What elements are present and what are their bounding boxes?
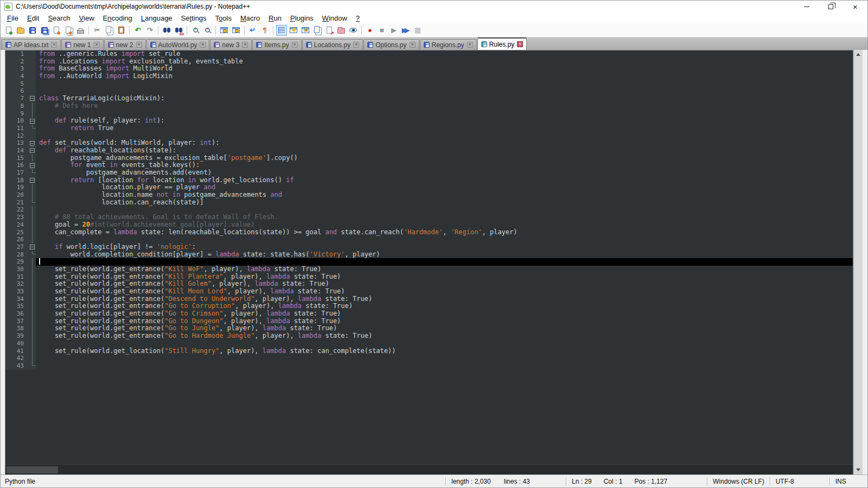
code-line[interactable]: 34 set_rule(world.get_entrance("Descend … xyxy=(5,296,853,303)
tab-close-button[interactable]: × xyxy=(517,41,523,47)
menu-item-help[interactable]: ? xyxy=(352,13,364,23)
tab-items-py[interactable]: Items.py× xyxy=(252,39,301,50)
scroll-up-arrow[interactable] xyxy=(854,50,863,59)
scroll-down-arrow[interactable] xyxy=(854,465,863,474)
menu-item-run[interactable]: Run xyxy=(264,13,286,23)
menu-item-view[interactable]: View xyxy=(75,13,99,23)
menu-item-file[interactable]: File xyxy=(3,13,23,23)
save-icon[interactable] xyxy=(27,25,38,36)
code-line[interactable]: 26 xyxy=(5,236,853,243)
code-line[interactable]: 23 # 88 total achievements. Goal is to d… xyxy=(5,214,853,221)
tab-close-button[interactable]: × xyxy=(94,42,100,48)
fold-collapse-icon[interactable] xyxy=(30,141,35,146)
fold-collapse-icon[interactable] xyxy=(30,163,35,168)
tab-new-3[interactable]: new 3× xyxy=(210,39,252,50)
find-icon[interactable] xyxy=(161,25,172,36)
code-line[interactable]: 28 world.completion_condition[player] = … xyxy=(5,251,853,259)
vertical-scrollbar[interactable] xyxy=(853,50,863,474)
code-line[interactable]: 21 location.can_reach(state)] xyxy=(5,199,853,207)
open-icon[interactable] xyxy=(15,25,26,36)
tab-close-button[interactable]: × xyxy=(200,42,206,48)
menu-item-search[interactable]: Search xyxy=(43,13,74,23)
code-line[interactable]: 22 xyxy=(5,206,853,214)
code-editor[interactable]: 1from ..generic.Rules import set_rule2fr… xyxy=(5,50,853,464)
code-line[interactable]: 31 set_rule(world.get_entrance("Kill Pla… xyxy=(5,273,853,281)
zoom-in-icon[interactable]: + xyxy=(190,25,201,36)
code-line[interactable]: 33 set_rule(world.get_entrance("Kill Moo… xyxy=(5,288,853,296)
tab-autoworld-py[interactable]: AutoWorld.py× xyxy=(146,39,210,50)
code-line[interactable]: 14 def reachable_locations(state): xyxy=(5,147,853,155)
code-line[interactable]: 42 xyxy=(5,355,853,362)
document-list-icon[interactable] xyxy=(312,25,323,36)
menu-item-language[interactable]: Language xyxy=(137,13,177,23)
tab-options-py[interactable]: Options.py× xyxy=(363,39,419,50)
copy-icon[interactable] xyxy=(104,25,114,36)
code-line[interactable]: 41 set_rule(world.get_location("Still Hu… xyxy=(5,348,853,355)
tab-close-button[interactable]: × xyxy=(353,42,359,48)
code-line[interactable]: 4from ..AutoWorld import LogicMixin xyxy=(5,73,853,80)
macro-run-multiple-icon[interactable]: ▶▶ xyxy=(400,25,411,36)
zoom-out-icon[interactable]: − xyxy=(202,25,213,36)
macro-record-icon[interactable]: ● xyxy=(365,25,375,36)
menu-item-tools[interactable]: Tools xyxy=(211,13,236,23)
code-line[interactable]: 36 set_rule(world.get_entrance("Go to Cr… xyxy=(5,310,853,318)
menu-item-plugins[interactable]: Plugins xyxy=(286,13,318,23)
print-icon[interactable] xyxy=(75,25,86,36)
macro-stop-icon[interactable]: ■ xyxy=(376,25,387,36)
paste-icon[interactable] xyxy=(116,25,126,36)
open-in-new-instance-icon[interactable]: ↗ xyxy=(324,25,335,36)
fold-collapse-icon[interactable] xyxy=(30,245,35,249)
fold-collapse-icon[interactable] xyxy=(30,96,35,101)
show-all-characters-icon[interactable]: ¶ xyxy=(259,25,270,36)
horizontal-scrollbar[interactable] xyxy=(5,464,853,474)
code-line[interactable]: 10 def rule(self, player: int): xyxy=(5,117,853,125)
code-line[interactable]: 19 location.player == player and xyxy=(5,184,853,191)
fold-collapse-icon[interactable] xyxy=(30,148,35,153)
code-line[interactable]: 12 xyxy=(5,132,853,140)
code-line[interactable]: 1from ..generic.Rules import set_rule xyxy=(5,50,853,58)
new-file-icon[interactable] xyxy=(3,25,14,36)
code-line[interactable]: 25 can_complete = lambda state: len(reac… xyxy=(5,229,853,236)
close-button[interactable]: × xyxy=(843,1,867,12)
tab-close-button[interactable]: × xyxy=(292,42,298,48)
close-icon[interactable] xyxy=(51,25,62,36)
menu-item-edit[interactable]: Edit xyxy=(23,13,43,23)
code-line[interactable]: 9 xyxy=(5,110,853,118)
close-all-icon[interactable] xyxy=(63,25,74,36)
code-line[interactable]: 2from .Locations import exclusion_table,… xyxy=(5,58,853,66)
code-line[interactable]: 38 set_rule(world.get_entrance("Go to Ju… xyxy=(5,325,853,332)
tab-close-button[interactable]: × xyxy=(467,42,473,48)
restore-button[interactable] xyxy=(819,1,843,12)
code-line[interactable]: 40 xyxy=(5,340,853,348)
menu-item-encoding[interactable]: Encoding xyxy=(99,13,137,23)
save-all-icon[interactable] xyxy=(39,25,50,36)
tab-close-button[interactable]: × xyxy=(136,42,142,48)
document-map-icon[interactable] xyxy=(300,25,311,36)
replace-icon[interactable]: ab xyxy=(173,25,184,36)
code-line[interactable]: 3from BaseClasses import MultiWorld xyxy=(5,65,853,73)
minimize-button[interactable] xyxy=(794,1,819,12)
horizontal-scrollbar-thumb[interactable] xyxy=(7,466,58,473)
tab-rules-py[interactable]: Rules.py× xyxy=(477,37,527,50)
code-line[interactable]: 27 if world.logic[player] != 'nologic': xyxy=(5,243,853,251)
fold-collapse-icon[interactable] xyxy=(30,178,35,183)
function-list-icon[interactable] xyxy=(288,25,299,36)
tab-new-2[interactable]: new 2× xyxy=(104,39,146,50)
tab-locations-py[interactable]: Locations.py× xyxy=(302,39,363,50)
document-monitor-icon[interactable] xyxy=(348,25,359,36)
code-line[interactable]: 6 xyxy=(5,87,853,95)
open-containing-folder-icon[interactable] xyxy=(336,25,347,36)
menu-item-macro[interactable]: Macro xyxy=(236,13,264,23)
tab-close-button[interactable]: × xyxy=(410,42,416,48)
tab-close-button[interactable]: × xyxy=(51,42,57,48)
tab-regions-py[interactable]: Regions.py× xyxy=(420,39,477,50)
macro-save-icon[interactable]: ▦ xyxy=(412,25,423,36)
code-line[interactable]: 30 set_rule(world.get_entrance("Kill WoF… xyxy=(5,266,853,273)
code-line[interactable]: 5 xyxy=(5,80,853,88)
word-wrap-icon[interactable]: ↵ xyxy=(247,25,258,36)
code-line[interactable]: 20 location.name not in postgame_advance… xyxy=(5,191,853,199)
code-line[interactable]: 18 return [location for location in worl… xyxy=(5,177,853,184)
tab-ap-ideas-txt[interactable]: AP Ideas.txt× xyxy=(2,39,61,50)
sync-horizontal-icon[interactable] xyxy=(231,25,241,36)
fold-collapse-icon[interactable] xyxy=(30,119,35,124)
